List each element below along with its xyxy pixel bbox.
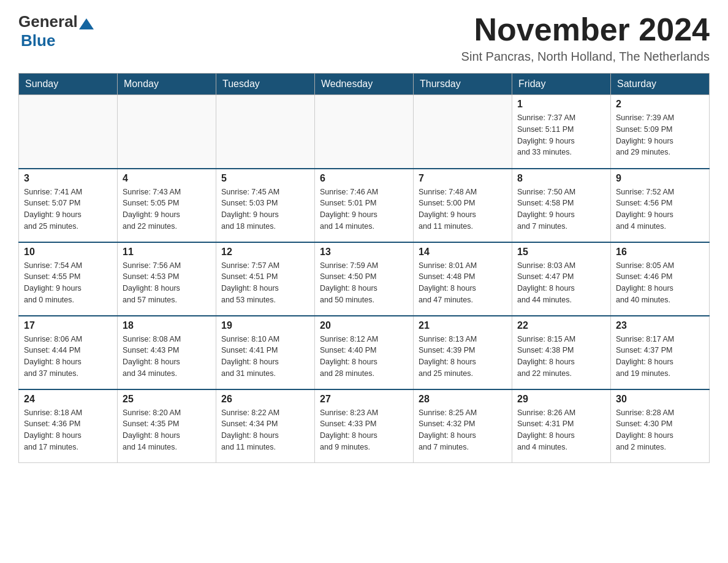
day-number: 5 (221, 173, 309, 184)
calendar-cell: 7Sunrise: 7:48 AM Sunset: 5:00 PM Daylig… (414, 169, 512, 242)
day-info: Sunrise: 7:59 AM Sunset: 4:50 PM Dayligh… (320, 260, 408, 306)
day-number: 17 (24, 320, 112, 331)
day-info: Sunrise: 8:05 AM Sunset: 4:46 PM Dayligh… (616, 260, 704, 306)
day-number: 18 (123, 320, 211, 331)
calendar-cell: 27Sunrise: 8:23 AM Sunset: 4:33 PM Dayli… (315, 389, 414, 463)
day-number: 20 (320, 320, 408, 331)
weekday-header-sunday: Sunday (19, 74, 118, 95)
calendar-cell: 30Sunrise: 8:28 AM Sunset: 4:30 PM Dayli… (611, 389, 710, 463)
calendar-cell: 20Sunrise: 8:12 AM Sunset: 4:40 PM Dayli… (315, 316, 414, 389)
day-info: Sunrise: 7:41 AM Sunset: 5:07 PM Dayligh… (24, 186, 112, 232)
day-info: Sunrise: 8:26 AM Sunset: 4:31 PM Dayligh… (517, 407, 605, 453)
calendar-cell (315, 95, 414, 169)
calendar-cell: 21Sunrise: 8:13 AM Sunset: 4:39 PM Dayli… (414, 316, 512, 389)
day-number: 8 (517, 173, 605, 184)
weekday-header-tuesday: Tuesday (216, 74, 315, 95)
day-number: 15 (517, 247, 605, 258)
calendar-cell (216, 95, 315, 169)
logo: General Blue (18, 12, 95, 50)
calendar-week-row: 3Sunrise: 7:41 AM Sunset: 5:07 PM Daylig… (19, 169, 710, 242)
day-info: Sunrise: 8:12 AM Sunset: 4:40 PM Dayligh… (320, 334, 408, 380)
day-info: Sunrise: 8:03 AM Sunset: 4:47 PM Dayligh… (517, 260, 605, 306)
day-info: Sunrise: 7:54 AM Sunset: 4:55 PM Dayligh… (24, 260, 112, 306)
calendar-cell: 19Sunrise: 8:10 AM Sunset: 4:41 PM Dayli… (216, 316, 315, 389)
day-info: Sunrise: 8:01 AM Sunset: 4:48 PM Dayligh… (419, 260, 507, 306)
calendar-table: SundayMondayTuesdayWednesdayThursdayFrid… (18, 73, 710, 463)
day-number: 21 (419, 320, 507, 331)
weekday-header-friday: Friday (512, 74, 611, 95)
day-info: Sunrise: 8:17 AM Sunset: 4:37 PM Dayligh… (616, 334, 704, 380)
day-info: Sunrise: 7:48 AM Sunset: 5:00 PM Dayligh… (419, 186, 507, 232)
weekday-header-thursday: Thursday (414, 74, 512, 95)
day-info: Sunrise: 8:13 AM Sunset: 4:39 PM Dayligh… (419, 334, 507, 380)
weekday-header-monday: Monday (118, 74, 216, 95)
calendar-cell: 9Sunrise: 7:52 AM Sunset: 4:56 PM Daylig… (611, 169, 710, 242)
calendar-cell: 14Sunrise: 8:01 AM Sunset: 4:48 PM Dayli… (414, 242, 512, 316)
calendar-week-row: 17Sunrise: 8:06 AM Sunset: 4:44 PM Dayli… (19, 316, 710, 389)
calendar-cell: 22Sunrise: 8:15 AM Sunset: 4:38 PM Dayli… (512, 316, 611, 389)
day-number: 3 (24, 173, 112, 184)
day-info: Sunrise: 7:45 AM Sunset: 5:03 PM Dayligh… (221, 186, 309, 232)
day-number: 23 (616, 320, 704, 331)
day-number: 7 (419, 173, 507, 184)
logo-blue-text: Blue (21, 31, 55, 50)
day-number: 9 (616, 173, 704, 184)
calendar-cell: 13Sunrise: 7:59 AM Sunset: 4:50 PM Dayli… (315, 242, 414, 316)
day-number: 26 (221, 394, 309, 405)
calendar-week-row: 1Sunrise: 7:37 AM Sunset: 5:11 PM Daylig… (19, 95, 710, 169)
calendar-cell: 18Sunrise: 8:08 AM Sunset: 4:43 PM Dayli… (118, 316, 216, 389)
day-info: Sunrise: 8:23 AM Sunset: 4:33 PM Dayligh… (320, 407, 408, 453)
calendar-cell (19, 95, 118, 169)
day-number: 19 (221, 320, 309, 331)
calendar-cell: 8Sunrise: 7:50 AM Sunset: 4:58 PM Daylig… (512, 169, 611, 242)
day-number: 12 (221, 247, 309, 258)
calendar-cell: 6Sunrise: 7:46 AM Sunset: 5:01 PM Daylig… (315, 169, 414, 242)
day-info: Sunrise: 7:57 AM Sunset: 4:51 PM Dayligh… (221, 260, 309, 306)
calendar-cell: 1Sunrise: 7:37 AM Sunset: 5:11 PM Daylig… (512, 95, 611, 169)
calendar-cell (118, 95, 216, 169)
day-info: Sunrise: 8:10 AM Sunset: 4:41 PM Dayligh… (221, 334, 309, 380)
calendar-cell: 5Sunrise: 7:45 AM Sunset: 5:03 PM Daylig… (216, 169, 315, 242)
calendar-cell: 12Sunrise: 7:57 AM Sunset: 4:51 PM Dayli… (216, 242, 315, 316)
day-number: 6 (320, 173, 408, 184)
day-info: Sunrise: 7:56 AM Sunset: 4:53 PM Dayligh… (123, 260, 211, 306)
day-number: 22 (517, 320, 605, 331)
logo-triangle-icon (79, 18, 94, 29)
day-info: Sunrise: 7:52 AM Sunset: 4:56 PM Dayligh… (616, 186, 704, 232)
day-number: 29 (517, 394, 605, 405)
calendar-cell: 16Sunrise: 8:05 AM Sunset: 4:46 PM Dayli… (611, 242, 710, 316)
day-number: 28 (419, 394, 507, 405)
day-info: Sunrise: 8:22 AM Sunset: 4:34 PM Dayligh… (221, 407, 309, 453)
calendar-cell: 28Sunrise: 8:25 AM Sunset: 4:32 PM Dayli… (414, 389, 512, 463)
day-info: Sunrise: 7:50 AM Sunset: 4:58 PM Dayligh… (517, 186, 605, 232)
calendar-cell: 3Sunrise: 7:41 AM Sunset: 5:07 PM Daylig… (19, 169, 118, 242)
day-info: Sunrise: 8:20 AM Sunset: 4:35 PM Dayligh… (123, 407, 211, 453)
calendar-cell: 26Sunrise: 8:22 AM Sunset: 4:34 PM Dayli… (216, 389, 315, 463)
day-number: 16 (616, 247, 704, 258)
day-number: 1 (517, 99, 605, 110)
weekday-header-wednesday: Wednesday (315, 74, 414, 95)
day-number: 4 (123, 173, 211, 184)
calendar-week-row: 24Sunrise: 8:18 AM Sunset: 4:36 PM Dayli… (19, 389, 710, 463)
calendar-cell: 23Sunrise: 8:17 AM Sunset: 4:37 PM Dayli… (611, 316, 710, 389)
calendar-cell: 15Sunrise: 8:03 AM Sunset: 4:47 PM Dayli… (512, 242, 611, 316)
day-number: 25 (123, 394, 211, 405)
calendar-cell: 24Sunrise: 8:18 AM Sunset: 4:36 PM Dayli… (19, 389, 118, 463)
day-info: Sunrise: 7:43 AM Sunset: 5:05 PM Dayligh… (123, 186, 211, 232)
day-info: Sunrise: 7:37 AM Sunset: 5:11 PM Dayligh… (517, 112, 605, 158)
day-info: Sunrise: 8:06 AM Sunset: 4:44 PM Dayligh… (24, 334, 112, 380)
calendar-cell (414, 95, 512, 169)
day-info: Sunrise: 8:18 AM Sunset: 4:36 PM Dayligh… (24, 407, 112, 453)
day-number: 11 (123, 247, 211, 258)
month-title: November 2024 (461, 12, 710, 47)
day-number: 24 (24, 394, 112, 405)
day-info: Sunrise: 8:28 AM Sunset: 4:30 PM Dayligh… (616, 407, 704, 453)
calendar-cell: 2Sunrise: 7:39 AM Sunset: 5:09 PM Daylig… (611, 95, 710, 169)
calendar-cell: 25Sunrise: 8:20 AM Sunset: 4:35 PM Dayli… (118, 389, 216, 463)
calendar-cell: 11Sunrise: 7:56 AM Sunset: 4:53 PM Dayli… (118, 242, 216, 316)
calendar-title-area: November 2024 Sint Pancras, North Hollan… (461, 12, 710, 64)
weekday-header-row: SundayMondayTuesdayWednesdayThursdayFrid… (19, 74, 710, 95)
calendar-cell: 29Sunrise: 8:26 AM Sunset: 4:31 PM Dayli… (512, 389, 611, 463)
day-info: Sunrise: 8:15 AM Sunset: 4:38 PM Dayligh… (517, 334, 605, 380)
weekday-header-saturday: Saturday (611, 74, 710, 95)
